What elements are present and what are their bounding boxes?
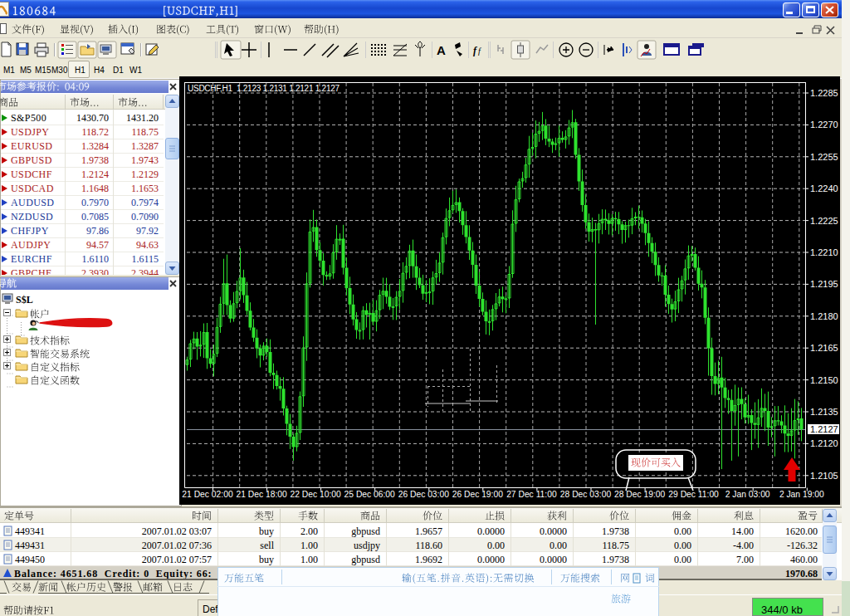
svg-text:1.2127: 1.2127 bbox=[810, 424, 838, 434]
svg-text:27 Dec 11:00: 27 Dec 11:00 bbox=[506, 490, 557, 499]
svg-text:1.2285: 1.2285 bbox=[810, 88, 838, 98]
svg-text:1.2180: 1.2180 bbox=[810, 311, 838, 321]
svg-text:26 Dec 19:00: 26 Dec 19:00 bbox=[452, 490, 504, 499]
svg-text:A: A bbox=[437, 43, 446, 57]
svg-text:29 Dec 11:00: 29 Dec 11:00 bbox=[668, 490, 719, 499]
svg-text:1.2195: 1.2195 bbox=[810, 279, 838, 289]
svg-text:f: f bbox=[473, 45, 477, 56]
svg-text:25 Dec 06:00: 25 Dec 06:00 bbox=[344, 490, 396, 499]
svg-text:1.2270: 1.2270 bbox=[810, 120, 838, 130]
svg-text:1.2240: 1.2240 bbox=[810, 183, 838, 193]
svg-text:1.2210: 1.2210 bbox=[810, 247, 838, 257]
svg-text:1.2225: 1.2225 bbox=[810, 216, 838, 226]
svg-text:1.2165: 1.2165 bbox=[810, 343, 838, 353]
svg-text:21 Dec 02:00: 21 Dec 02:00 bbox=[182, 490, 233, 499]
svg-text:2 Jan 19:00: 2 Jan 19:00 bbox=[779, 490, 824, 499]
svg-text:21 Dec 18:00: 21 Dec 18:00 bbox=[236, 490, 287, 499]
svg-text:26 Dec 03:00: 26 Dec 03:00 bbox=[398, 490, 450, 499]
svg-text:1.2120: 1.2120 bbox=[810, 438, 838, 448]
svg-text:USDCHF,H1 1.2123 1.2131 1.212: USDCHF,H1 1.2123 1.2131 1.2121 1.2127 bbox=[188, 84, 340, 93]
svg-text:1.2105: 1.2105 bbox=[810, 471, 838, 481]
svg-text:28 Dec 03:00: 28 Dec 03:00 bbox=[560, 490, 612, 499]
svg-text:1.2135: 1.2135 bbox=[810, 407, 838, 417]
svg-text:2 Jan 03:00: 2 Jan 03:00 bbox=[725, 490, 770, 499]
svg-text:22 Dec 10:00: 22 Dec 10:00 bbox=[290, 490, 341, 499]
svg-text:28 Dec 19:00: 28 Dec 19:00 bbox=[614, 490, 666, 499]
svg-text:1.2150: 1.2150 bbox=[810, 375, 838, 385]
svg-text:f: f bbox=[478, 46, 481, 56]
svg-text:1.2255: 1.2255 bbox=[810, 152, 838, 162]
